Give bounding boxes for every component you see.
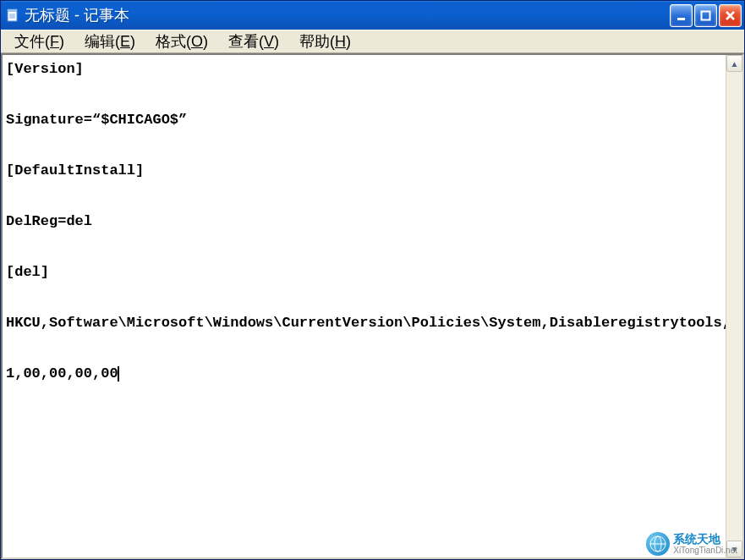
minimize-icon [676,10,687,21]
maximize-button[interactable] [694,4,717,27]
notepad-window: 无标题 - 记事本 文件(F) 编辑(E) 格式(O) 查看(V) 帮助(H) … [0,0,745,560]
title-bar[interactable]: 无标题 - 记事本 [1,1,744,30]
menu-view[interactable]: 查看(V) [218,30,289,53]
menu-edit[interactable]: 编辑(E) [74,30,145,53]
close-button[interactable] [719,4,742,27]
close-icon [725,10,736,21]
scroll-down-button[interactable]: ▼ [726,541,742,557]
minimize-button[interactable] [670,4,693,27]
svg-rect-1 [8,9,17,12]
scroll-track[interactable] [726,72,742,541]
window-title: 无标题 - 记事本 [25,5,670,25]
window-controls [670,4,742,27]
chevron-down-icon: ▼ [731,545,739,554]
menu-bar: 文件(F) 编辑(E) 格式(O) 查看(V) 帮助(H) [1,30,744,53]
menu-help[interactable]: 帮助(H) [289,30,361,53]
scroll-up-button[interactable]: ▲ [726,55,742,72]
editor-container: [Version] Signature=“$CHICAGO$” [Default… [1,53,744,559]
menu-format[interactable]: 格式(O) [145,30,218,53]
text-cursor [118,366,119,382]
text-editor[interactable]: [Version] Signature=“$CHICAGO$” [Default… [3,55,726,557]
maximize-icon [700,10,711,21]
vertical-scrollbar[interactable]: ▲ ▼ [726,55,742,557]
notepad-app-icon [6,8,19,22]
menu-file[interactable]: 文件(F) [4,30,74,53]
svg-rect-5 [677,18,685,20]
chevron-up-icon: ▲ [731,59,739,69]
svg-rect-6 [702,11,710,19]
